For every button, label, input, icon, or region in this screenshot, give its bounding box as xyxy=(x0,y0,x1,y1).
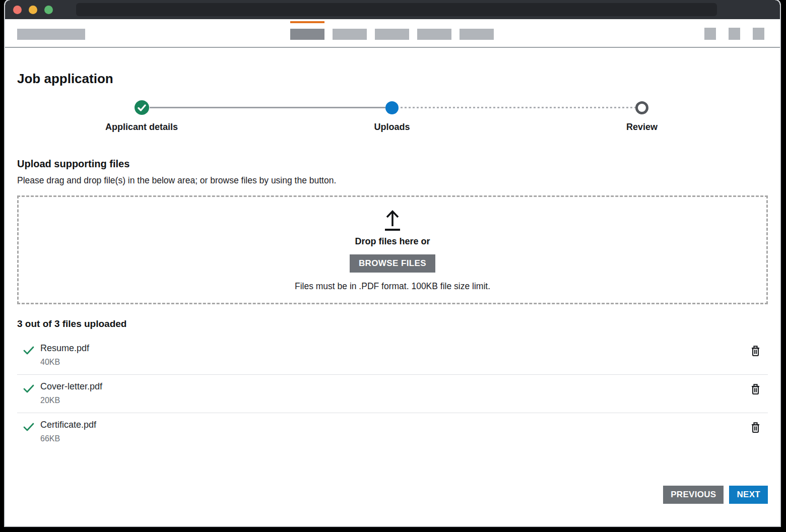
check-icon xyxy=(23,346,34,355)
nav-utility-icon[interactable] xyxy=(704,28,716,40)
file-name: Resume.pdf xyxy=(40,343,89,354)
file-row: Cover-letter.pdf 20KB xyxy=(17,374,768,413)
uploaded-file-list: Resume.pdf 40KB xyxy=(17,337,768,451)
file-size: 20KB xyxy=(40,396,102,405)
file-name: Cover-letter.pdf xyxy=(40,381,102,392)
close-window-button[interactable] xyxy=(13,6,22,14)
logo-placeholder[interactable] xyxy=(17,29,85,40)
delete-file-button[interactable] xyxy=(749,344,762,359)
file-size: 66KB xyxy=(40,434,96,443)
check-icon xyxy=(138,104,146,111)
step-label-review: Review xyxy=(626,122,658,132)
nav-item[interactable] xyxy=(375,29,409,40)
upload-status-text: 3 out of 3 files uploaded xyxy=(17,318,768,329)
nav-utility-icons xyxy=(704,28,764,40)
file-size: 40KB xyxy=(40,358,89,367)
active-tab-underline xyxy=(290,21,324,23)
next-button[interactable]: NEXT xyxy=(729,486,768,504)
nav-items xyxy=(290,29,494,40)
main-content: Job application Applicant details Upload… xyxy=(5,48,780,526)
nav-utility-icon[interactable] xyxy=(753,28,764,40)
nav-item[interactable] xyxy=(460,29,494,40)
file-row: Certificate.pdf 66KB xyxy=(17,413,768,451)
file-info: Resume.pdf 40KB xyxy=(40,343,89,367)
file-format-note: Files must be in .PDF format. 100KB file… xyxy=(295,281,490,292)
step-uploads-indicator[interactable] xyxy=(385,101,399,114)
page-title: Job application xyxy=(17,71,768,87)
file-name: Certificate.pdf xyxy=(40,420,96,430)
file-info: Cover-letter.pdf 20KB xyxy=(40,381,102,405)
upload-arrow-icon xyxy=(380,208,405,231)
file-dropzone[interactable]: Drop files here or BROWSE FILES Files mu… xyxy=(17,195,768,304)
check-icon xyxy=(23,423,34,431)
delete-file-button[interactable] xyxy=(749,382,762,397)
wizard-footer-actions: PREVIOUS NEXT xyxy=(663,486,768,504)
drop-files-text: Drop files here or xyxy=(355,236,430,247)
nav-item-active[interactable] xyxy=(290,29,324,40)
nav-utility-icon[interactable] xyxy=(729,28,740,40)
file-info: Certificate.pdf 66KB xyxy=(40,420,96,443)
browser-titlebar xyxy=(5,0,780,19)
nav-item[interactable] xyxy=(417,29,451,40)
trash-icon xyxy=(750,345,761,357)
traffic-lights xyxy=(13,6,53,14)
trash-icon xyxy=(750,422,761,433)
step-label-uploads: Uploads xyxy=(374,122,410,132)
check-icon xyxy=(23,384,34,393)
trash-icon xyxy=(750,383,761,395)
delete-file-button[interactable] xyxy=(749,421,762,436)
minimize-window-button[interactable] xyxy=(29,6,37,14)
address-bar[interactable] xyxy=(76,3,717,16)
step-review-indicator[interactable] xyxy=(635,101,648,114)
step-label-applicant-details: Applicant details xyxy=(105,122,178,132)
browse-files-button[interactable]: BROWSE FILES xyxy=(350,254,435,273)
upload-section-heading: Upload supporting files xyxy=(17,158,768,170)
stepper-connector-upcoming xyxy=(401,107,635,108)
previous-button[interactable]: PREVIOUS xyxy=(663,486,724,504)
stepper-connector-complete xyxy=(150,107,385,108)
wireframe-navbar xyxy=(5,19,780,48)
zoom-window-button[interactable] xyxy=(44,6,53,14)
nav-item[interactable] xyxy=(333,29,367,40)
step-applicant-details-indicator[interactable] xyxy=(135,100,149,115)
progress-stepper: Applicant details Uploads Review xyxy=(17,94,768,146)
file-row: Resume.pdf 40KB xyxy=(17,337,768,374)
upload-instructions: Please drag and drop file(s) in the belo… xyxy=(17,175,768,186)
browser-window: Job application Applicant details Upload… xyxy=(5,0,780,526)
